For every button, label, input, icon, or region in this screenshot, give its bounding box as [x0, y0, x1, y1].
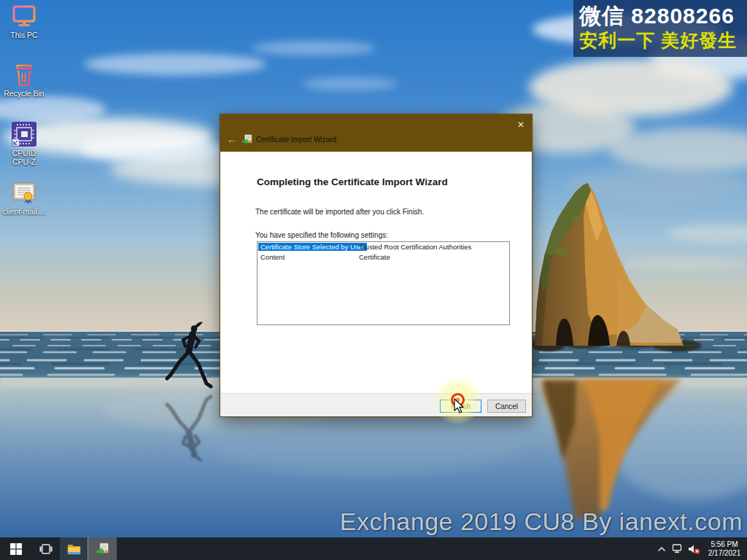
- taskbar: 5:56 PM 2/17/2021: [0, 537, 747, 560]
- windows-logo-icon: [10, 543, 22, 555]
- exchange-watermark: Exchange 2019 CU8 By ianext.com: [340, 508, 743, 536]
- icon-label: Recycle Bin: [1, 89, 47, 98]
- settings-row-certificate-store[interactable]: Certificate Store Selected by User Trust…: [258, 242, 509, 252]
- volume-muted-icon[interactable]: [688, 544, 700, 554]
- setting-value: Trusted Root Certification Authorities: [359, 243, 471, 251]
- cancel-button[interactable]: Cancel: [487, 400, 526, 413]
- network-icon[interactable]: [671, 544, 683, 553]
- settings-list[interactable]: Certificate Store Selected by User Trust…: [257, 241, 510, 325]
- wechat-watermark-line1: 微信 82808266: [579, 3, 741, 29]
- taskbar-file-explorer-button[interactable]: [60, 537, 88, 560]
- dialog-heading: Completing the Certificate Import Wizard: [257, 176, 448, 187]
- cpu-z-icon: [11, 121, 37, 147]
- settings-row-content[interactable]: Content Certificate: [258, 252, 509, 262]
- desktop: This PC Recycle Bin: [0, 0, 747, 560]
- dialog-titlebar[interactable]: ← Certificate Import Wizard ✕: [220, 114, 532, 152]
- tray-chevron-icon[interactable]: [657, 546, 666, 552]
- dialog-settings-label: You have specified the following setting…: [255, 231, 388, 239]
- dialog-title: Certificate Import Wizard: [256, 136, 336, 144]
- icon-label: CPUID: [1, 149, 47, 158]
- clock-time: 5:56 PM: [705, 540, 743, 549]
- clock-date: 2/17/2021: [705, 549, 743, 558]
- dialog-body: Completing the Certificate Import Wizard…: [220, 152, 532, 393]
- back-button[interactable]: ←: [227, 133, 237, 145]
- start-button[interactable]: [0, 537, 32, 560]
- icon-label: This PC: [1, 31, 47, 39]
- setting-value: Certificate: [359, 253, 390, 261]
- system-tray: 5:56 PM 2/17/2021: [657, 537, 747, 560]
- recycle-bin-icon: [11, 63, 37, 88]
- dialog-button-row: Finish Cancel: [220, 393, 532, 416]
- finish-button[interactable]: Finish: [440, 400, 481, 413]
- setting-name[interactable]: Content: [258, 253, 287, 261]
- certificate-file-icon: [11, 179, 37, 206]
- task-view-button[interactable]: [32, 537, 60, 560]
- desktop-icon-client-mail-certificate[interactable]: client-mail....: [1, 179, 47, 216]
- certificate-import-wizard-dialog: ← Certificate Import Wizard ✕ Completing…: [220, 114, 533, 417]
- icon-label: client-mail....: [1, 207, 47, 216]
- wechat-watermark: 微信 82808266 安利一下 美好發生: [573, 0, 747, 57]
- desktop-icon-this-pc[interactable]: This PC: [1, 4, 47, 39]
- certificate-wizard-taskbar-icon: [96, 542, 109, 556]
- desktop-icon-cpuz[interactable]: CPUID CPU-Z: [1, 121, 47, 166]
- taskbar-certificate-wizard-button[interactable]: [88, 537, 117, 560]
- desktop-icon-recycle-bin[interactable]: Recycle Bin: [1, 63, 47, 98]
- this-pc-icon: [11, 4, 37, 29]
- task-view-icon: [39, 543, 53, 555]
- icon-label-line2: CPU-Z: [1, 158, 47, 166]
- wechat-watermark-line2: 安利一下 美好發生: [579, 29, 741, 51]
- close-button[interactable]: ✕: [514, 118, 527, 131]
- dialog-intro-text: The certificate will be imported after y…: [255, 208, 424, 216]
- setting-name-selected[interactable]: Certificate Store Selected by User: [258, 243, 367, 251]
- file-explorer-icon: [67, 543, 81, 555]
- taskbar-clock[interactable]: 5:56 PM 2/17/2021: [705, 540, 743, 557]
- certificate-wizard-icon: [241, 134, 252, 145]
